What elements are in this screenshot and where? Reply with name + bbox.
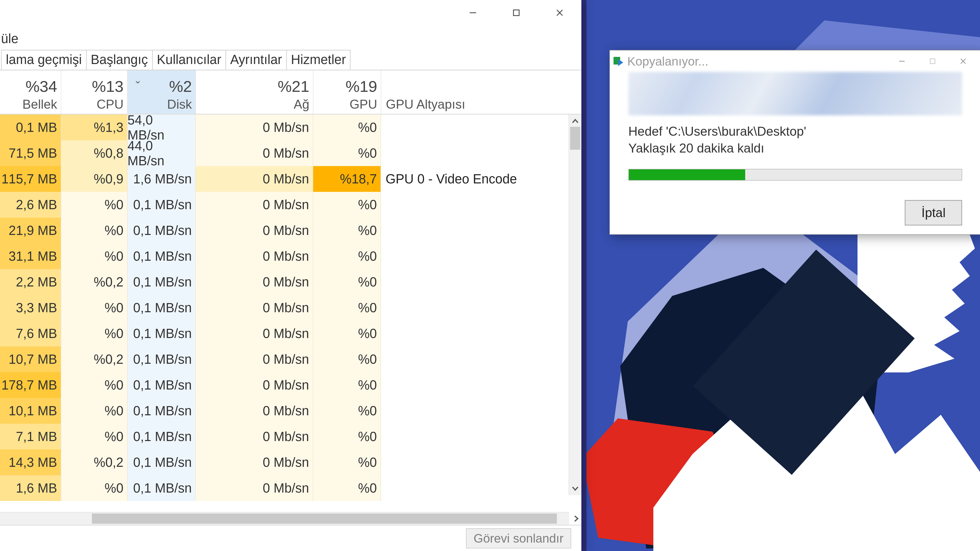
cell: 0 Mb/sn (196, 449, 313, 475)
scroll-right-icon[interactable] (572, 514, 581, 523)
cell (381, 346, 568, 372)
cell: 0,1 MB/sn (127, 346, 196, 372)
column-header[interactable]: GPU Altyapısı (381, 70, 568, 114)
cell: %0 (313, 218, 381, 243)
cell: 0,1 MB/sn (127, 424, 196, 449)
cell: 0 Mb/sn (196, 475, 313, 501)
cell: %0 (61, 398, 127, 424)
cell: 7,6 MB (0, 321, 61, 346)
dialog-titlebar[interactable]: Kopyalanıyor... (610, 51, 980, 72)
table-row[interactable]: 1,6 MB%00,1 MB/sn0 Mb/sn%0 (0, 475, 568, 501)
cell (381, 398, 568, 424)
cell: %0 (313, 269, 381, 295)
column-header[interactable]: %13CPU (61, 70, 127, 114)
cell: 0,1 MB/sn (127, 192, 196, 218)
table-row[interactable]: 14,3 MB%0,20,1 MB/sn0 Mb/sn%0 (0, 449, 568, 475)
maximize-button[interactable] (495, 0, 538, 25)
copy-source-blurred (628, 72, 962, 115)
column-header[interactable]: %21Ağ (196, 70, 313, 114)
cell: 1,6 MB/sn (127, 166, 196, 192)
copy-progress-dialog: Kopyalanıyor... Hedef 'C:\Users\burak\De… (609, 50, 980, 235)
cell: %0,2 (61, 346, 127, 372)
table-row[interactable]: 71,5 MB%0,844,0 MB/sn0 Mb/sn%0 (0, 140, 568, 166)
scroll-down-icon[interactable] (571, 484, 580, 493)
cell: 0 Mb/sn (196, 192, 313, 218)
table-row[interactable]: 10,7 MB%0,20,1 MB/sn0 Mb/sn%0 (0, 346, 568, 372)
cell: 54,0 MB/sn (127, 114, 196, 140)
column-percent: %2 (169, 77, 192, 95)
cell: 0 Mb/sn (196, 218, 313, 243)
cancel-button[interactable]: İptal (905, 200, 962, 225)
cell: 0,1 MB/sn (127, 372, 196, 398)
cell: 0,1 MB/sn (127, 449, 196, 475)
cell: %0,9 (61, 166, 127, 192)
cell: 0,1 MB/sn (127, 243, 196, 269)
table-row[interactable]: 31,1 MB%00,1 MB/sn0 Mb/sn%0 (0, 243, 568, 269)
tab[interactable]: Kullanıcılar (152, 50, 226, 70)
column-label: GPU Altyapısı (386, 97, 465, 112)
column-label: Bellek (22, 97, 57, 112)
cell: %0 (313, 424, 381, 449)
window-titlebar[interactable] (0, 0, 581, 30)
table-row[interactable]: 178,7 MB%00,1 MB/sn0 Mb/sn%0 (0, 372, 568, 398)
table-row[interactable]: 10,1 MB%00,1 MB/sn0 Mb/sn%0 (0, 398, 568, 424)
table-row[interactable]: 3,3 MB%00,1 MB/sn0 Mb/sn%0 (0, 295, 568, 321)
menu-item[interactable]: üle (1, 32, 18, 46)
cell (381, 192, 568, 218)
column-header[interactable]: ⌄%2Disk (127, 70, 196, 114)
cell (381, 372, 568, 398)
cell: 2,6 MB (0, 192, 61, 218)
scrollbar-thumb[interactable] (570, 127, 580, 150)
process-table: 0,1 MB%1,354,0 MB/sn0 Mb/sn%071,5 MB%0,8… (0, 114, 581, 525)
cell (381, 218, 568, 243)
horizontal-scrollbar[interactable] (0, 512, 569, 525)
cell (381, 114, 568, 140)
dialog-close-button[interactable] (948, 51, 978, 71)
cell: 0,1 MB (0, 114, 61, 140)
close-button[interactable] (538, 0, 581, 25)
cell: 0 Mb/sn (196, 243, 313, 269)
cell: %0 (313, 449, 381, 475)
end-task-button[interactable]: Görevi sonlandır (466, 528, 571, 548)
copy-target-text: Hedef 'C:\Users\burak\Desktop' (628, 124, 962, 139)
tab[interactable]: Ayrıntılar (225, 50, 287, 70)
cell: 0 Mb/sn (196, 424, 313, 449)
tab[interactable]: Hizmetler (286, 50, 351, 70)
vertical-scrollbar[interactable] (569, 114, 581, 495)
scrollbar-thumb[interactable] (92, 513, 557, 524)
cell: %1,3 (61, 114, 127, 140)
cell: %0 (313, 475, 381, 501)
column-header[interactable]: %34Bellek (0, 70, 61, 114)
table-row[interactable]: 21,9 MB%00,1 MB/sn0 Mb/sn%0 (0, 218, 568, 243)
cell: 31,1 MB (0, 243, 61, 269)
scroll-up-icon[interactable] (571, 117, 580, 126)
table-row[interactable]: 7,6 MB%00,1 MB/sn0 Mb/sn%0 (0, 321, 568, 346)
column-header[interactable]: %19GPU (313, 70, 381, 114)
cell: %0 (313, 346, 381, 372)
cell: 115,7 MB (0, 166, 61, 192)
cell: 44,0 MB/sn (127, 140, 196, 166)
table-row[interactable]: 7,1 MB%00,1 MB/sn0 Mb/sn%0 (0, 424, 568, 449)
minimize-button[interactable] (451, 0, 495, 25)
cell: %0 (61, 321, 127, 346)
cell: %0,2 (61, 449, 127, 475)
cell: %18,7 (313, 166, 381, 192)
dialog-minimize-button[interactable] (886, 51, 917, 71)
table-row[interactable]: 115,7 MB%0,91,6 MB/sn0 Mb/sn%18,7GPU 0 -… (0, 166, 568, 192)
cell (381, 475, 568, 501)
table-row[interactable]: 2,2 MB%0,20,1 MB/sn0 Mb/sn%0 (0, 269, 568, 295)
cell: 7,1 MB (0, 424, 61, 449)
cell: 0,1 MB/sn (127, 475, 196, 501)
tab[interactable]: Başlangıç (86, 50, 153, 70)
cell: GPU 0 - Video Encode (381, 166, 568, 192)
table-row[interactable]: 0,1 MB%1,354,0 MB/sn0 Mb/sn%0 (0, 114, 568, 140)
column-headers: %34Bellek%13CPU⌄%2Disk%21Ağ%19GPUGPU Alt… (0, 70, 581, 114)
cell: 21,9 MB (0, 218, 61, 243)
menu-bar[interactable]: üle (0, 30, 581, 50)
task-manager-footer: Görevi sonlandır (0, 525, 581, 551)
cell: 0,1 MB/sn (127, 218, 196, 243)
copy-icon (614, 56, 624, 67)
column-label: Ağ (294, 97, 309, 112)
tab[interactable]: lama geçmişi (1, 50, 87, 70)
table-row[interactable]: 2,6 MB%00,1 MB/sn0 Mb/sn%0 (0, 192, 568, 218)
